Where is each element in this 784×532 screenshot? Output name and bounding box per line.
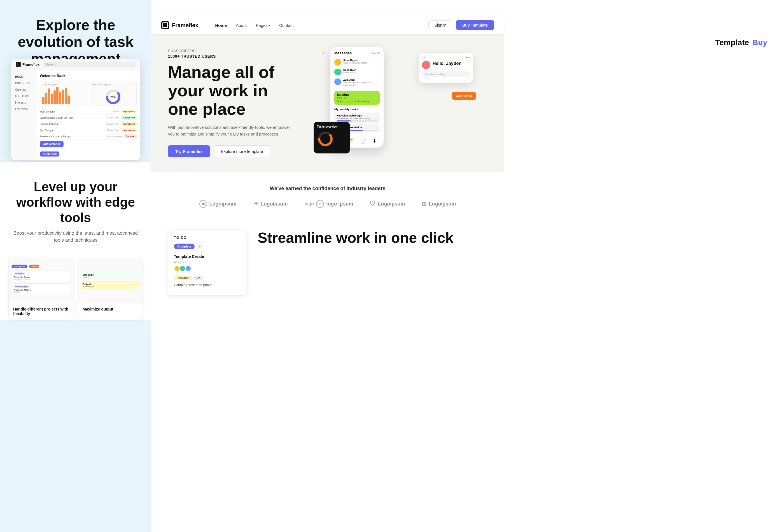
kanban-col-header: In Progress To do	[11, 264, 70, 268]
task-admin-1: Admin	[113, 110, 119, 113]
task-list: Must do early Admin In progress Landing …	[40, 109, 137, 139]
hero-visuals: + + + Messages View All Sofia Reyes Glad…	[314, 47, 476, 159]
dash-nav-mytasks[interactable]: MY TASKS	[11, 93, 36, 100]
donut-svg: 70%	[105, 88, 121, 105]
task-row-3: Kanban Kanban Dianne Price In progress	[40, 121, 137, 127]
task-row-1: Must do early Admin In progress	[40, 109, 137, 115]
phone-signal-icons: ●●●	[466, 56, 470, 58]
output-title-2: Output	[83, 283, 138, 286]
bar-10	[67, 95, 70, 104]
kanban-card-sub-1: For specific needs	[14, 278, 68, 280]
research-chip: Research	[174, 276, 192, 280]
logo-icon-2: ✦	[253, 200, 258, 207]
task-admin-2: Porter Close	[107, 116, 119, 119]
trusted-title: We've earned the confidence of industry …	[168, 186, 487, 192]
nav-link-pages[interactable]: Pages ▾	[256, 23, 270, 28]
task-row-4: App Design Sonia Ross In progress	[40, 127, 137, 133]
create-task-button[interactable]: Create Task	[40, 151, 59, 157]
avatar-zuh	[334, 78, 341, 85]
task-status-1: In progress	[121, 110, 137, 113]
dash-nav-projects[interactable]: PROJECTS	[11, 80, 36, 86]
bar-7	[59, 92, 61, 104]
dashboard-logo-icon	[16, 62, 21, 67]
chart-label-task: Task Progress	[42, 83, 84, 86]
try-frameflex-button[interactable]: Try Frameflex	[168, 145, 210, 157]
logo-text-1: Logoipsum	[209, 201, 236, 207]
task-name-2: Landing page & Sign Up Page	[40, 116, 105, 119]
streamline-heading-section: Streamline work in one click	[258, 230, 487, 246]
nav-links: Home About Pages ▾ Contact	[215, 23, 418, 28]
bar-4	[51, 94, 53, 104]
nav-link-home[interactable]: Home	[215, 23, 227, 28]
phone-nav-docs-icon[interactable]: 📄	[360, 138, 366, 144]
hero-content: Subscribers 1500+ TRUSTED USERS Manage a…	[168, 49, 297, 157]
get-started-bubble[interactable]: Get started	[452, 92, 476, 100]
kanban-card-2: Redesign App Redesign Mobile A 5:55	[11, 283, 70, 295]
dashboard-topbar: Frameflex Search	[11, 59, 140, 70]
task-status-2: Completed	[122, 116, 137, 119]
feature-title-1: Handle different projects with flexibili…	[13, 307, 68, 316]
nav-logo-icon	[161, 21, 169, 29]
streamline-section: TO DO Complete 📎 Template Create Assigne…	[151, 218, 504, 307]
kanban-card-text-2: Redesign Mobile	[14, 289, 68, 291]
task-admin-4: Sonia Ross	[108, 129, 119, 131]
buy-template-button[interactable]: Buy Template	[456, 20, 494, 30]
todo-avatar-1	[174, 265, 180, 272]
nav-link-contact[interactable]: Contact	[279, 23, 294, 28]
tasks-overview-card: Tasks overview	[314, 122, 350, 153]
hero-section: Subscribers 1500+ TRUSTED USERS Manage a…	[151, 34, 504, 172]
task-name-5: Presentation on App Design	[40, 135, 104, 138]
streamline-heading: Streamline work in one click	[258, 230, 487, 246]
tasks-donut-chart	[317, 131, 334, 147]
nav-logo: Frameflex	[161, 21, 198, 29]
logo-text-3: logo ipsum	[326, 201, 353, 207]
bar-9	[65, 88, 67, 104]
task-status-5: Overdue	[124, 134, 137, 138]
task-name-3: Kanban Kanban	[40, 123, 104, 125]
phone-nav-download-icon[interactable]: ⬇	[373, 138, 376, 144]
phone-user-avatar	[422, 61, 430, 69]
feature-card-top-2: Maximize Track all Output Boost results	[78, 258, 142, 303]
feature-cards-row: In Progress To do Introduce Template Cre…	[0, 252, 151, 320]
messages-title: Messages	[334, 51, 352, 55]
logo-3: logo ⊕ logo ipsum	[305, 200, 353, 208]
output-sub-2: Boost results	[83, 286, 138, 287]
weekly-tasks-title: My weekly tasks	[334, 108, 380, 111]
msg-name-3: Zuh. Alex	[343, 78, 380, 81]
feature-card-top-1: In Progress To do Introduce Template Cre…	[9, 258, 73, 303]
task-name-4: App Design	[40, 129, 105, 132]
add-member-button[interactable]: Add Member	[40, 141, 63, 147]
dash-nav-lastweek[interactable]: Last Week	[11, 106, 36, 112]
hero-buttons: Try Frameflex Explore more template	[168, 145, 297, 157]
logo-icon-1: ⊕	[199, 200, 207, 208]
logos-row: ⊕ Logoipsum ✦ Logoipsum logo ⊕ logo ipsu…	[168, 200, 487, 208]
dash-nav-home[interactable]: HOME	[11, 74, 36, 80]
kanban-tag-1: Introduce	[14, 273, 25, 275]
logo-plus-circle: ⊕	[316, 200, 324, 208]
feature-card-1: In Progress To do Introduce Template Cre…	[8, 258, 73, 320]
dash-nav-calendar[interactable]: Calendar	[11, 86, 36, 93]
todo-complete-section: Complete 📎	[174, 244, 241, 251]
todo-avatars	[174, 265, 241, 272]
workflow-sub: Boost your productivity using the latest…	[11, 230, 140, 244]
phone-meeting-card: Meeting 5:00 PM Deliver current tasks fo…	[334, 91, 380, 105]
subscribers-label: Subscribers	[168, 49, 297, 53]
phone-search[interactable]: Search something...	[422, 72, 470, 77]
explore-template-button[interactable]: Explore more template	[214, 145, 270, 157]
phone-search-placeholder: Search something...	[425, 73, 447, 76]
todo-card: TO DO Complete 📎 Template Create Assigne…	[168, 230, 246, 296]
task-progress-chart: Task Progress	[40, 81, 87, 106]
kanban-tag-2: Redesign App	[14, 285, 29, 288]
messages-header: Messages View All	[334, 51, 380, 55]
task-admin-3: Dianne Price	[106, 123, 119, 125]
dash-nav-interests[interactable]: Interests	[11, 100, 36, 106]
signin-button[interactable]: Sign in	[428, 21, 452, 30]
chart-label-monthly: Monthly Progress	[92, 83, 134, 86]
message-item-2: Rosa Ryan Great Work !	[334, 67, 380, 77]
chevron-down-icon: ▾	[269, 24, 270, 27]
messages-viewall[interactable]: View All	[371, 52, 380, 55]
hero-title: Manage all of your work in one place	[168, 63, 297, 118]
logo-icon-5: ⊞	[422, 200, 426, 207]
msg-name-2: Rosa Ryan	[343, 68, 357, 72]
nav-link-about[interactable]: About	[236, 23, 247, 28]
